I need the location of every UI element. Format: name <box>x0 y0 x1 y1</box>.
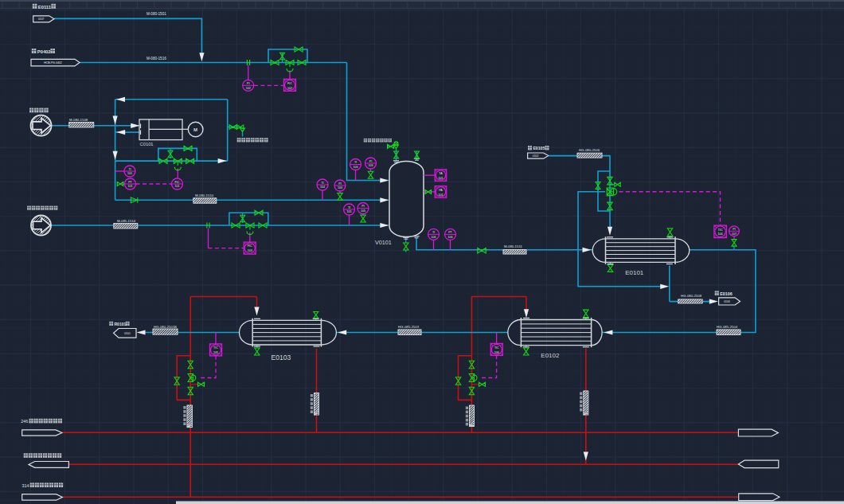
svg-text:PI: PI <box>733 228 735 231</box>
svg-text:FIC: FIC <box>175 181 180 184</box>
svg-text:E0102: E0102 <box>541 352 560 359</box>
svg-text:103: 103 <box>248 249 252 252</box>
svg-text:101: 101 <box>175 185 180 188</box>
svg-text:101: 101 <box>439 193 443 197</box>
svg-text:V0101: V0101 <box>375 239 392 246</box>
svg-text:M: M <box>193 127 197 132</box>
svg-text:TI: TI <box>348 206 350 209</box>
svg-text:0101: 0101 <box>124 332 131 335</box>
svg-text:107: 107 <box>732 232 737 236</box>
svg-text:101: 101 <box>127 172 132 175</box>
svg-text:M-080-1516: M-080-1516 <box>147 57 166 61</box>
svg-text:PI: PI <box>247 82 249 85</box>
svg-text:TIC: TIC <box>718 229 723 232</box>
svg-text:R0101: R0101 <box>115 322 127 326</box>
svg-text:PI: PI <box>361 205 364 208</box>
svg-text:PT: PT <box>448 231 452 234</box>
svg-text:0103: 0103 <box>724 300 730 303</box>
svg-text:E0106: E0106 <box>720 291 733 296</box>
svg-text:E0111: E0111 <box>38 5 52 10</box>
svg-text:PIC: PIC <box>248 244 252 248</box>
svg-text:0107: 0107 <box>38 18 45 21</box>
svg-text:104: 104 <box>320 186 325 189</box>
svg-text:0102: 0102 <box>533 154 539 158</box>
svg-text:E0103: E0103 <box>272 354 291 361</box>
svg-text:104: 104 <box>718 232 723 236</box>
svg-text:PI: PI <box>369 160 372 163</box>
svg-text:HG-085-2504: HG-085-2504 <box>717 325 738 329</box>
svg-text:HCB-PG-0402: HCB-PG-0402 <box>44 61 62 64</box>
svg-text:101: 101 <box>128 185 133 188</box>
svg-text:314: 314 <box>22 483 29 488</box>
svg-text:104: 104 <box>338 186 342 189</box>
svg-text:102: 102 <box>287 87 292 90</box>
svg-text:TI: TI <box>321 182 323 185</box>
svg-text:E0105: E0105 <box>533 146 545 150</box>
svg-text:106: 106 <box>494 351 499 354</box>
svg-text:M-080-1511: M-080-1511 <box>504 244 522 248</box>
svg-text:PT: PT <box>128 181 132 184</box>
svg-text:TIC: TIC <box>213 346 218 350</box>
svg-text:105: 105 <box>361 209 365 213</box>
svg-text:HG-080-2506: HG-080-2506 <box>579 148 600 152</box>
svg-text:106: 106 <box>432 236 436 239</box>
svg-text:PA: PA <box>439 189 443 192</box>
svg-text:M-080-1510: M-080-1510 <box>195 193 214 197</box>
svg-text:105: 105 <box>347 210 352 213</box>
svg-text:M-080-1508: M-080-1508 <box>69 118 88 122</box>
svg-text:103: 103 <box>354 166 358 169</box>
svg-text:TIC: TIC <box>494 346 499 350</box>
svg-text:TI: TI <box>432 231 435 234</box>
svg-text:246: 246 <box>21 419 28 424</box>
svg-text:HG-085-2503: HG-085-2503 <box>398 325 420 329</box>
svg-text:FIC: FIC <box>287 82 292 85</box>
svg-text:TI: TI <box>128 168 131 171</box>
svg-text:M-085-1514: M-085-1514 <box>117 219 136 223</box>
svg-text:TI: TI <box>354 161 357 164</box>
svg-text:C0101: C0101 <box>140 142 154 147</box>
svg-text:HG-080-2501B: HG-080-2501B <box>154 325 177 329</box>
svg-text:103: 103 <box>369 164 373 167</box>
svg-text:101: 101 <box>439 177 443 180</box>
svg-text:PI: PI <box>338 182 341 186</box>
svg-text:M-080-1501: M-080-1501 <box>147 12 166 16</box>
svg-text:TA: TA <box>439 172 443 175</box>
svg-text:HG-080-2508: HG-080-2508 <box>681 294 702 298</box>
svg-text:E0101: E0101 <box>625 269 644 276</box>
svg-text:106: 106 <box>448 236 453 239</box>
svg-text:105: 105 <box>213 351 218 354</box>
svg-text:P0402: P0402 <box>37 49 51 54</box>
svg-text:102: 102 <box>246 87 251 90</box>
